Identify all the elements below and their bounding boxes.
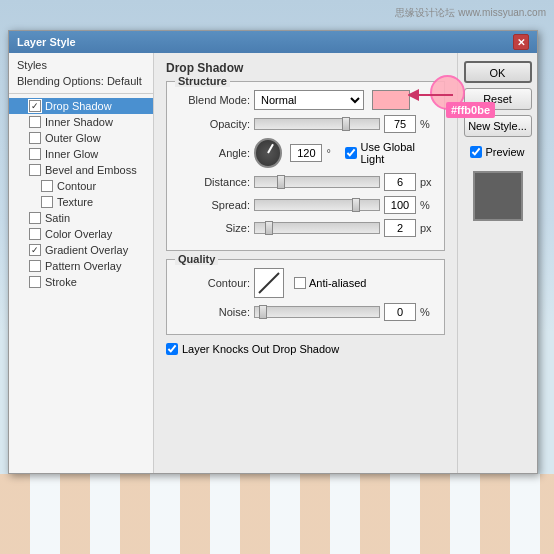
noise-label: Noise: (175, 306, 250, 318)
layer-style-dialog: Layer Style ✕ Styles Blending Options: D… (8, 30, 538, 474)
stroke-checkbox[interactable] (29, 276, 41, 288)
contour-label: Contour (57, 180, 96, 192)
watermark: 思缘设计论坛 www.missyuan.com (395, 6, 546, 20)
layer-knocks-checkbox[interactable] (166, 343, 178, 355)
drop-shadow-checkbox[interactable] (29, 100, 41, 112)
use-global-light-label: Use Global Light (360, 141, 436, 165)
ok-button[interactable]: OK (464, 61, 532, 83)
pattern-overlay-checkbox[interactable] (29, 260, 41, 272)
size-slider[interactable] (254, 222, 380, 234)
gradient-overlay-checkbox[interactable] (29, 244, 41, 256)
sidebar-item-contour[interactable]: Contour (9, 178, 153, 194)
new-style-button[interactable]: New Style... (464, 115, 532, 137)
main-content: Drop Shadow Structure Blend Mode: Normal… (154, 53, 457, 473)
hex-annotation-label: #ffb0be (446, 102, 495, 118)
noise-slider[interactable] (254, 306, 380, 318)
blending-options-item[interactable]: Blending Options: Default (9, 73, 153, 89)
size-thumb[interactable] (265, 221, 273, 235)
spread-slider[interactable] (254, 199, 380, 211)
angle-degree: ° (326, 147, 341, 159)
blend-mode-label: Blend Mode: (175, 94, 250, 106)
sidebar-item-gradient-overlay[interactable]: Gradient Overlay (9, 242, 153, 258)
size-label: Size: (175, 222, 250, 234)
close-button[interactable]: ✕ (513, 34, 529, 50)
distance-row: Distance: px (175, 173, 436, 191)
opacity-slider[interactable] (254, 118, 380, 130)
bevel-emboss-checkbox[interactable] (29, 164, 41, 176)
texture-label: Texture (57, 196, 93, 208)
sidebar-item-bevel-emboss[interactable]: Bevel and Emboss (9, 162, 153, 178)
inner-glow-checkbox[interactable] (29, 148, 41, 160)
contour-checkbox[interactable] (41, 180, 53, 192)
noise-input[interactable] (384, 303, 416, 321)
size-unit: px (420, 222, 436, 234)
sidebar-item-pattern-overlay[interactable]: Pattern Overlay (9, 258, 153, 274)
structure-label: Structure (175, 75, 230, 87)
outer-glow-label: Outer Glow (45, 132, 101, 144)
spread-thumb[interactable] (352, 198, 360, 212)
quality-section: Quality Contour: Anti-aliased (166, 259, 445, 335)
angle-input[interactable] (290, 144, 322, 162)
angle-dial[interactable] (254, 138, 282, 168)
texture-checkbox[interactable] (41, 196, 53, 208)
angle-label: Angle: (175, 147, 250, 159)
opacity-input[interactable] (384, 115, 416, 133)
distance-unit: px (420, 176, 436, 188)
contour-svg (257, 271, 281, 295)
angle-row: Angle: ° Use Global Light (175, 138, 436, 168)
satin-checkbox[interactable] (29, 212, 41, 224)
noise-thumb[interactable] (259, 305, 267, 319)
drop-shadow-label: Drop Shadow (45, 100, 112, 112)
sidebar-item-color-overlay[interactable]: Color Overlay (9, 226, 153, 242)
anti-aliased-container: Anti-aliased (294, 277, 366, 289)
inner-shadow-checkbox[interactable] (29, 116, 41, 128)
sidebar-item-inner-glow[interactable]: Inner Glow (9, 146, 153, 162)
contour-label: Contour: (175, 277, 250, 289)
contour-preview[interactable] (254, 268, 284, 298)
opacity-thumb[interactable] (342, 117, 350, 131)
spread-input[interactable] (384, 196, 416, 214)
sidebar-item-inner-shadow[interactable]: Inner Shadow (9, 114, 153, 130)
pattern-overlay-label: Pattern Overlay (45, 260, 121, 272)
structure-section: Structure Blend Mode: Normal Multiply Sc… (166, 81, 445, 251)
spread-row: Spread: % (175, 196, 436, 214)
spread-label: Spread: (175, 199, 250, 211)
satin-label: Satin (45, 212, 70, 224)
preview-checkbox[interactable] (470, 146, 482, 158)
sidebar-item-drop-shadow[interactable]: Drop Shadow (9, 98, 153, 114)
divider (9, 93, 153, 94)
gradient-overlay-label: Gradient Overlay (45, 244, 128, 256)
svg-line-1 (259, 273, 279, 293)
dialog-title: Layer Style (17, 36, 76, 48)
distance-thumb[interactable] (277, 175, 285, 189)
use-global-light-container: Use Global Light (345, 141, 436, 165)
sidebar-item-texture[interactable]: Texture (9, 194, 153, 210)
section-title: Drop Shadow (166, 61, 445, 75)
distance-input[interactable] (384, 173, 416, 191)
blend-mode-select[interactable]: Normal Multiply Screen (254, 90, 364, 110)
color-overlay-checkbox[interactable] (29, 228, 41, 240)
styles-panel: Styles Blending Options: Default Drop Sh… (9, 53, 154, 473)
sidebar-item-outer-glow[interactable]: Outer Glow (9, 130, 153, 146)
layer-knocks-label: Layer Knocks Out Drop Shadow (182, 343, 339, 355)
preview-swatch (473, 171, 523, 221)
blend-color-swatch[interactable] (372, 90, 410, 110)
opacity-label: Opacity: (175, 118, 250, 130)
noise-row: Noise: % (175, 303, 436, 321)
dialog-titlebar: Layer Style ✕ (9, 31, 537, 53)
contour-row: Contour: Anti-aliased (175, 268, 436, 298)
blend-mode-row: Blend Mode: Normal Multiply Screen (175, 90, 436, 110)
anti-aliased-label: Anti-aliased (309, 277, 366, 289)
outer-glow-checkbox[interactable] (29, 132, 41, 144)
anti-aliased-checkbox[interactable] (294, 277, 306, 289)
sidebar-item-stroke[interactable]: Stroke (9, 274, 153, 290)
distance-slider[interactable] (254, 176, 380, 188)
use-global-light-checkbox[interactable] (345, 147, 357, 159)
opacity-row: Opacity: % (175, 115, 436, 133)
color-overlay-label: Color Overlay (45, 228, 112, 240)
size-row: Size: px (175, 219, 436, 237)
size-input[interactable] (384, 219, 416, 237)
spread-unit: % (420, 199, 436, 211)
sidebar-item-satin[interactable]: Satin (9, 210, 153, 226)
inner-shadow-label: Inner Shadow (45, 116, 113, 128)
